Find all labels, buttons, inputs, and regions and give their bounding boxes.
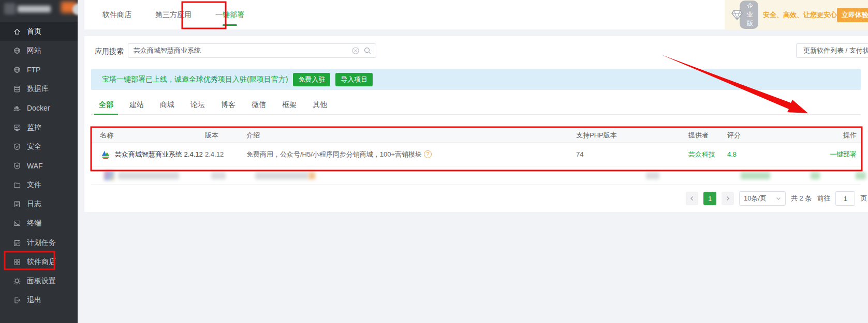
panel-logo (0, 0, 78, 22)
globe-icon (13, 66, 21, 74)
sidebar-item-docker[interactable]: Docker (0, 99, 78, 118)
sidebar-item-label: 文件 (27, 180, 41, 190)
file-text-icon (13, 200, 21, 208)
provider-link[interactable]: 芸众科技 (688, 150, 715, 158)
sidebar-item-website[interactable]: 网站 (0, 41, 78, 60)
redacted-text (646, 172, 659, 179)
database-icon (13, 85, 21, 93)
docker-icon (13, 104, 21, 112)
next-page-button[interactable] (722, 192, 734, 205)
monitor-chart-icon (13, 124, 21, 132)
sidebar-item-cron[interactable]: 计划任务 (0, 233, 78, 252)
col-score: 评分 (727, 131, 784, 140)
page-size-select[interactable]: 10条/页 (739, 191, 786, 206)
search-icon[interactable] (364, 47, 371, 54)
category-framework[interactable]: 框架 (274, 95, 304, 114)
category-forum[interactable]: 论坛 (183, 95, 213, 114)
sidebar-item-security[interactable]: 安全 (0, 137, 78, 156)
enterprise-promo: 企业版 安全、高效、让您更安心 立即体验 (725, 0, 868, 29)
shield-icon (13, 162, 21, 170)
category-wechat[interactable]: 微信 (244, 95, 274, 114)
category-other[interactable]: 其他 (305, 95, 335, 114)
sidebar-item-files[interactable]: 文件 (0, 176, 78, 195)
terminal-icon (13, 219, 21, 227)
col-action: 操作 (784, 131, 861, 140)
sidebar-item-app-store[interactable]: 软件商店 (0, 252, 78, 271)
logo-mark-blurred (4, 3, 16, 14)
sidebar-item-ftp[interactable]: FTP (0, 60, 78, 79)
pagination: 1 10条/页 共 2 条 前往 页 (686, 191, 867, 206)
sidebar-item-monitor[interactable]: 监控 (0, 118, 78, 137)
category-all[interactable]: 全部 (91, 95, 121, 114)
app-version: 2.4.12 (205, 150, 246, 158)
one-click-deploy-link[interactable]: 一键部署 (830, 150, 857, 158)
deploy-promo-banner: 宝塔一键部署已上线，诚邀全球优秀项目入驻(限项目官方) 免费入驻 导入项目 (91, 69, 861, 90)
sidebar-item-label: 软件商店 (27, 257, 56, 267)
sidebar-item-home[interactable]: 首页 (0, 22, 78, 41)
category-mall[interactable]: 商城 (152, 95, 182, 114)
try-now-button[interactable]: 立即体验 (837, 8, 868, 22)
category-site-building[interactable]: 建站 (122, 95, 152, 114)
clear-input-icon[interactable] (352, 47, 359, 54)
table-header: 名称 版本 介绍 支持PHP版本 提供者 评分 操作 (91, 128, 861, 143)
calendar-icon (13, 239, 21, 247)
gear-icon (13, 277, 21, 285)
sidebar-item-label: FTP (27, 66, 40, 74)
redacted-text (211, 172, 226, 179)
sidebar-collapse-handle[interactable] (72, 4, 78, 15)
logout-icon (13, 296, 21, 304)
sidebar-item-label: 数据库 (27, 84, 49, 94)
redacted-text (118, 172, 179, 179)
redacted-table-row (91, 166, 861, 185)
sidebar-item-waf[interactable]: WAF (0, 156, 78, 175)
redacted-text (255, 172, 308, 179)
prev-page-button[interactable] (686, 192, 698, 205)
enterprise-slogan: 安全、高效、让您更安心 (763, 10, 837, 20)
help-icon[interactable]: ? (424, 150, 432, 158)
col-php-support: 支持PHP版本 (576, 131, 688, 140)
col-provider: 提供者 (688, 131, 727, 140)
diamond-icon (731, 9, 743, 21)
free-join-button[interactable]: 免费入驻 (293, 73, 330, 86)
sidebar-item-label: 网站 (27, 46, 41, 55)
app-score: 4.8 (727, 150, 737, 158)
sidebar-item-label: 终端 (27, 219, 41, 228)
sidebar-item-database[interactable]: 数据库 (0, 80, 78, 99)
sidebar-item-logs[interactable]: 日志 (0, 195, 78, 214)
update-software-list-button[interactable]: 更新软件列表 / 支付状态 (796, 43, 868, 58)
total-count: 共 2 条 (791, 194, 812, 203)
sidebar-item-label: 面板设置 (27, 276, 56, 286)
one-click-deploy-panel: 应用搜索 更新软件列表 / 支付状态 宝塔一键部署已上线，诚邀全球优秀项目入驻(… (84, 36, 868, 212)
app-search-input[interactable] (128, 44, 352, 57)
topbar: 软件商店 第三方应用 一键部署 企业版 安全、高效、让您更安心 立即体验 (84, 0, 868, 29)
app-intro: 免费商用，公众号/H5/小程序同步分销商城，100+营销模块 (246, 150, 422, 159)
page-size-value: 10条/页 (744, 194, 767, 203)
app-logo-icon (100, 149, 111, 160)
sidebar-item-label: 安全 (27, 142, 41, 151)
sidebar-item-label: 计划任务 (27, 238, 56, 248)
sidebar-item-logout[interactable]: 退出 (0, 291, 78, 310)
store-tabs: 软件商店 第三方应用 一键部署 (98, 0, 248, 29)
col-version: 版本 (205, 131, 246, 140)
tab-one-click-deploy[interactable]: 一键部署 (211, 0, 248, 29)
shield-check-icon (13, 143, 21, 151)
home-icon (13, 27, 21, 36)
page-number-button[interactable]: 1 (703, 192, 716, 205)
tab-third-party[interactable]: 第三方应用 (151, 0, 196, 29)
sidebar-item-terminal[interactable]: 终端 (0, 214, 78, 233)
import-project-button[interactable]: 导入项目 (335, 73, 373, 86)
sidebar-item-label: WAF (27, 162, 43, 170)
col-intro: 介绍 (246, 131, 576, 140)
goto-page-input[interactable] (835, 191, 855, 206)
redacted-action (856, 172, 866, 179)
sidebar-item-label: 首页 (27, 27, 41, 36)
globe-icon (13, 47, 21, 55)
category-blog[interactable]: 博客 (213, 95, 243, 114)
sidebar-item-panel-settings[interactable]: 面板设置 (0, 271, 78, 290)
app-search-box (128, 43, 376, 58)
folder-icon (13, 181, 21, 189)
tab-software-store[interactable]: 软件商店 (98, 0, 136, 29)
sidebar-item-label: Docker (27, 104, 50, 112)
app-name: 芸众商城智慧商业系统 2.4.12 (115, 150, 203, 159)
sidebar: 首页 网站 FTP 数据库 Docker 监控 安全 WAF (0, 0, 78, 323)
